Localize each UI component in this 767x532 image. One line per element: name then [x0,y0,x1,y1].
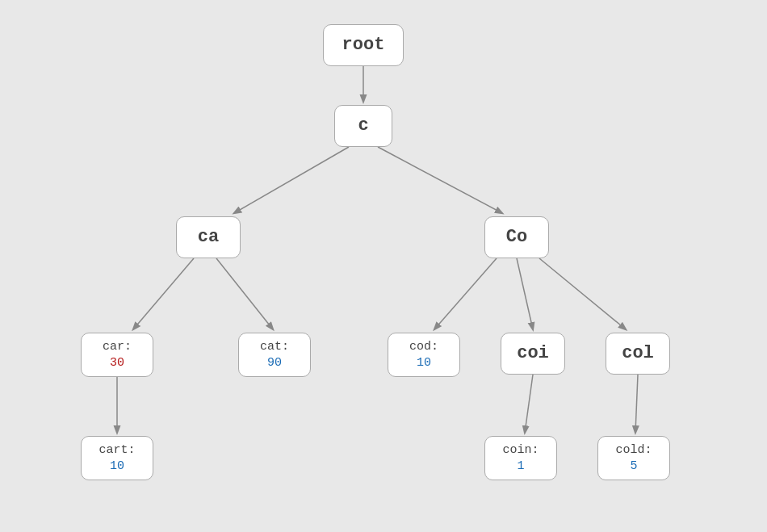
svg-line-2 [378,147,502,213]
node-cat-value: 90 [267,356,282,370]
node-coin-value: 1 [517,459,524,473]
node-cat-label: cat:90 [260,339,289,371]
node-c-label: c [358,115,368,138]
node-root: root [323,24,404,66]
node-co: Co [484,216,549,258]
svg-line-1 [234,147,349,213]
node-cart: cart:10 [81,436,153,480]
node-cat: cat:90 [238,333,311,377]
node-ca: ca [176,216,241,258]
node-coin-label: coin:1 [502,442,539,474]
node-cart-value: 10 [110,459,124,473]
svg-line-3 [133,258,194,329]
node-col-label: col [622,342,654,366]
svg-line-7 [539,258,626,329]
node-car-label: car:30 [103,339,132,371]
node-cold: cold:5 [597,436,670,480]
svg-line-4 [216,258,273,329]
svg-line-10 [635,375,638,433]
node-cart-label: cart:10 [98,442,135,474]
tree-diagram: root c ca Co car:30 cat:90 cod:10 coi co… [0,0,767,532]
node-co-label: Co [506,226,527,249]
svg-line-5 [434,258,497,329]
node-car-value: 30 [110,356,124,370]
node-cod: cod:10 [388,333,460,377]
node-coin: coin:1 [484,436,557,480]
node-cod-label: cod:10 [409,339,438,371]
node-coi-label: coi [517,342,549,366]
svg-line-6 [517,258,533,329]
node-col: col [606,333,670,375]
node-cold-label: cold:5 [615,442,652,474]
svg-line-9 [525,375,533,433]
node-ca-label: ca [198,226,219,249]
node-car: car:30 [81,333,153,377]
node-c: c [334,105,392,147]
node-root-label: root [342,34,385,57]
node-coi: coi [501,333,565,375]
node-cold-value: 5 [630,459,637,473]
node-cod-value: 10 [417,356,431,370]
